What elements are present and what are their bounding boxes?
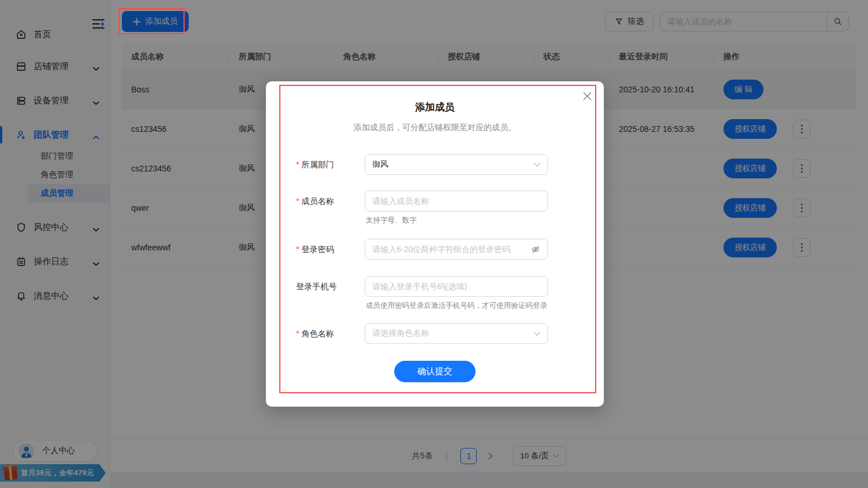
phone-input[interactable] — [372, 282, 541, 291]
phone-hint: 成员使用密码登录后激活手机号码，才可使用验证码登录 — [366, 301, 548, 311]
phone-input-wrap — [365, 276, 548, 297]
add-member-modal: 添加成员 添加成员后，可分配店铺权限至对应的成员。 所属部门 御风 成员名称 支… — [266, 81, 604, 407]
eye-off-icon[interactable] — [531, 245, 541, 254]
field-label: 登录密码 — [296, 239, 334, 260]
modal-subtitle: 添加成员后，可分配店铺权限至对应的成员。 — [266, 123, 604, 133]
department-value: 御风 — [372, 159, 534, 170]
password-input[interactable] — [372, 245, 531, 254]
close-modal-button[interactable] — [581, 89, 593, 102]
field-label: 成员名称 — [296, 191, 334, 211]
chevron-down-icon — [534, 332, 541, 336]
role-placeholder: 请选择角色名称 — [372, 328, 534, 339]
chevron-down-icon — [534, 163, 541, 167]
confirm-submit-button[interactable]: 确认提交 — [394, 361, 476, 382]
field-label: 登录手机号 — [296, 276, 337, 297]
role-select[interactable]: 请选择角色名称 — [365, 323, 548, 344]
field-label: 角色名称 — [296, 323, 334, 344]
close-icon — [583, 92, 592, 101]
member-name-hint: 支持字母、数字 — [366, 216, 417, 225]
department-select[interactable]: 御风 — [365, 154, 548, 175]
field-label: 所属部门 — [296, 154, 334, 175]
member-name-input-wrap — [365, 191, 548, 211]
member-name-input[interactable] — [372, 196, 541, 206]
password-input-wrap — [365, 239, 548, 260]
modal-title: 添加成员 — [266, 101, 604, 114]
